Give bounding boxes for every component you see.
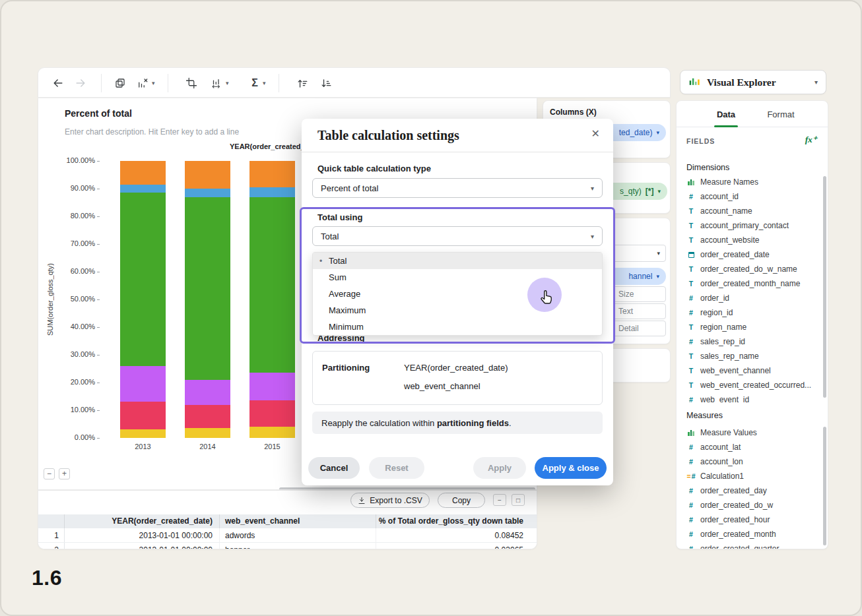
- total-using-select[interactable]: Total ▾: [312, 226, 603, 246]
- bar-2013-segment-purple[interactable]: [120, 366, 166, 402]
- text-icon: T: [686, 280, 696, 288]
- field-MeasureValues[interactable]: Measure Values: [680, 425, 820, 440]
- bar-2015-segment-red[interactable]: [249, 400, 295, 427]
- bar-2013-segment-orange[interactable]: [120, 161, 166, 185]
- option-sum[interactable]: Sum: [313, 269, 602, 286]
- mark-target-size[interactable]: Size: [613, 286, 666, 302]
- field-account_lat[interactable]: #account_lat: [680, 440, 820, 454]
- field-account_lon[interactable]: #account_lon: [680, 454, 820, 469]
- field-order_created_day[interactable]: #order_created_day: [680, 483, 820, 498]
- field-Calculation1[interactable]: =#Calculation1: [680, 469, 820, 483]
- chevron-down-icon[interactable]: ▾: [814, 78, 818, 86]
- forward-icon[interactable]: [73, 75, 88, 91]
- tab-data[interactable]: Data: [703, 101, 749, 127]
- measures-scrollbar[interactable]: [823, 427, 826, 545]
- bar-2013-segment-blue[interactable]: [120, 185, 166, 193]
- dimensions-scrollbar[interactable]: [823, 176, 826, 398]
- field-order_created_quarter[interactable]: #order_created_quarter: [680, 541, 820, 549]
- bar-2013-segment-red[interactable]: [120, 402, 166, 429]
- brand-title: Visual Explorer: [707, 77, 776, 88]
- tab-format[interactable]: Format: [758, 101, 804, 127]
- bar-2015-segment-orange[interactable]: [249, 161, 295, 187]
- bar-2015-segment-purple[interactable]: [249, 373, 295, 400]
- partitioning-note: Reapply the calculation within partition…: [312, 412, 603, 434]
- table-row[interactable]: 22013-01-01 00:00:00banner0.03065: [38, 543, 537, 549]
- field-region_name[interactable]: Tregion_name: [680, 320, 820, 334]
- bar-2015-segment-green[interactable]: [249, 197, 295, 373]
- column-header[interactable]: [38, 514, 65, 528]
- column-header[interactable]: % of Total order_gloss_qty down table: [376, 514, 537, 528]
- copy-button[interactable]: Copy: [438, 493, 485, 508]
- bar-2015-segment-yellow[interactable]: [249, 427, 295, 438]
- field-order_created_month[interactable]: #order_created_month: [680, 527, 820, 541]
- column-header[interactable]: web_event_channel: [220, 514, 376, 528]
- field-order_id[interactable]: #order_id: [680, 291, 820, 305]
- note-bold-text: partitioning fields: [437, 418, 509, 428]
- fields-header: FIELDS: [686, 137, 715, 145]
- sigma-icon[interactable]: Σ: [247, 75, 263, 91]
- maximize-button[interactable]: □: [512, 494, 525, 506]
- bar-2015-segment-blue[interactable]: [249, 187, 295, 197]
- bar-2014-segment-red[interactable]: [185, 405, 230, 429]
- mark-target-detail[interactable]: Detail: [613, 321, 666, 336]
- field-MeasureNames[interactable]: Measure Names: [680, 175, 820, 189]
- close-icon[interactable]: ✕: [591, 127, 600, 140]
- field-order_created_month_name[interactable]: Torder_created_month_name: [680, 276, 820, 291]
- field-account_id[interactable]: #account_id: [680, 189, 820, 204]
- option-total[interactable]: •Total: [313, 253, 602, 269]
- field-web_event_id[interactable]: #web_event_id: [680, 392, 820, 403]
- minimize-button[interactable]: −: [493, 494, 506, 506]
- clear-chart-icon[interactable]: [135, 75, 150, 91]
- mark-target-text[interactable]: Text: [613, 303, 666, 319]
- field-web_event_channel[interactable]: Tweb_event_channel: [680, 363, 820, 378]
- apply-close-button[interactable]: Apply & close: [535, 457, 607, 479]
- toolbar-divider: [101, 74, 102, 92]
- quick-calc-select[interactable]: Percent of total ▾: [312, 178, 603, 198]
- bar-2014-segment-yellow[interactable]: [185, 428, 230, 438]
- field-order_created_date[interactable]: order_created_date: [680, 247, 820, 262]
- add-calculation-icon[interactable]: fx⁺: [805, 134, 817, 145]
- field-region_id[interactable]: #region_id: [680, 305, 820, 320]
- field-order_created_do_w[interactable]: #order_created_do_w: [680, 498, 820, 512]
- chevron-down-icon[interactable]: ▾: [656, 129, 659, 136]
- field-order_created_do_w_name[interactable]: Torder_created_do_w_name: [680, 262, 820, 276]
- chart-type-icon[interactable]: [209, 75, 224, 91]
- brand-switcher[interactable]: Visual Explorer ▾: [680, 70, 826, 94]
- field-account_name[interactable]: Taccount_name: [680, 204, 820, 218]
- back-icon[interactable]: [50, 75, 66, 91]
- y-tick-label: 50.00%: [49, 295, 95, 303]
- chevron-down-icon[interactable]: ▾: [657, 250, 660, 257]
- option-minimum[interactable]: Minimum: [313, 319, 602, 335]
- chevron-down-icon[interactable]: ▾: [226, 80, 229, 86]
- chevron-down-icon[interactable]: ▾: [152, 80, 155, 86]
- chart-description-placeholder[interactable]: Enter chart description. Hit Enter key t…: [65, 127, 239, 137]
- field-sales_rep_name[interactable]: Tsales_rep_name: [680, 349, 820, 363]
- chevron-down-icon[interactable]: ▾: [657, 188, 661, 195]
- field-account_primary_contact[interactable]: Taccount_primary_contact: [680, 218, 820, 233]
- crop-icon[interactable]: [183, 75, 199, 91]
- zoom-in-button[interactable]: +: [59, 468, 70, 479]
- sort-descending-icon[interactable]: [318, 75, 334, 91]
- chevron-down-icon[interactable]: ▾: [656, 273, 659, 280]
- bar-2014-segment-purple[interactable]: [185, 380, 230, 405]
- duplicate-icon[interactable]: [112, 75, 128, 91]
- bar-2013-segment-yellow[interactable]: [120, 429, 166, 438]
- reset-button[interactable]: Reset: [369, 457, 424, 479]
- export-csv-button[interactable]: Export to .CSV: [350, 493, 430, 508]
- columns-shelf-title: Columns (X): [550, 108, 597, 117]
- bar-2013-segment-green[interactable]: [120, 193, 166, 366]
- field-sales_rep_id[interactable]: #sales_rep_id: [680, 334, 820, 349]
- apply-button[interactable]: Apply: [473, 457, 526, 479]
- bar-2014-segment-blue[interactable]: [185, 189, 230, 197]
- field-order_created_hour[interactable]: #order_created_hour: [680, 512, 820, 527]
- field-account_website[interactable]: Taccount_website: [680, 233, 820, 247]
- column-header[interactable]: YEAR(order_created_date): [65, 514, 220, 528]
- field-web_event_created_occurred[interactable]: Tweb_event_created_occurred...: [680, 378, 820, 392]
- chevron-down-icon[interactable]: ▾: [263, 80, 266, 86]
- bar-2014-segment-green[interactable]: [185, 197, 230, 380]
- zoom-out-button[interactable]: −: [44, 468, 55, 479]
- sort-ascending-icon[interactable]: [294, 75, 310, 91]
- bar-2014-segment-orange[interactable]: [185, 161, 230, 189]
- table-row[interactable]: 12013-01-01 00:00:00adwords0.08452: [38, 528, 537, 543]
- cancel-button[interactable]: Cancel: [308, 457, 360, 479]
